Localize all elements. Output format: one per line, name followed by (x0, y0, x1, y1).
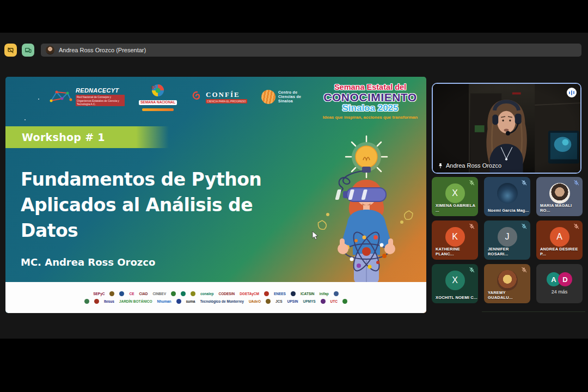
sponsor-logo-mark (109, 291, 114, 296)
presenter-name-label: Andrea Ross Orozco (438, 162, 501, 169)
participant-tile[interactable]: Noemi Garcia Mag... (484, 177, 530, 216)
participant-name: XIMENA GABRIELA ... (436, 203, 478, 213)
sponsor-logo: SEPyC (93, 292, 105, 296)
slide-presenter-name: MC. Andrea Ross Orozco (21, 256, 155, 268)
participants-grid: X XIMENA GABRIELA ... Noemi Garcia Mag..… (432, 177, 583, 303)
sponsor-logo-mark (321, 299, 326, 304)
sponsor-logo-mark (191, 291, 195, 296)
badge-tagline: Ideas que inspiran, acciones que transfo… (318, 115, 422, 120)
participant-tile[interactable]: YAREMY GUADALU... (484, 264, 530, 303)
sponsor-logo-mark (291, 291, 296, 296)
divider (482, 311, 585, 312)
sponsor-logo-mark (334, 291, 339, 296)
sponsor-logo-mark (119, 291, 124, 296)
sponsor-logo: UAdeO (249, 299, 261, 303)
avatar: X (445, 271, 465, 290)
participant-tile[interactable]: J JENNIFER ROSARI... (484, 220, 530, 260)
badge-line2: CONOCIMIENTO (318, 91, 422, 103)
mouse-cursor (312, 231, 318, 240)
network-icon (49, 89, 73, 105)
mic-muted-icon (521, 267, 527, 273)
badge-line1: Semana Estatal del (318, 83, 422, 91)
mic-muted-icon (469, 180, 475, 186)
sponsor-logo: DGETAyCM (240, 292, 259, 296)
sponsor-logo-mark (171, 291, 176, 296)
sponsor-logo: CIAD (139, 292, 148, 296)
participant-name: KATHERINE PLANC... (436, 247, 478, 256)
sponsor-logo: JCS (275, 299, 283, 303)
screen-share-slide: REDNACECYT Red Nacional de Consejos y Or… (5, 77, 426, 313)
mic-muted-icon (469, 267, 475, 273)
sponsor-logo: conalep (200, 292, 214, 296)
sponsor-logo-mark (84, 299, 89, 304)
slide-header-logos: REDNACECYT Red Nacional de Consejos y Or… (49, 83, 305, 111)
mic-muted-icon (521, 223, 527, 229)
rednacecyt-logo: REDNACECYT Red Nacional de Consejos y Or… (49, 88, 125, 106)
confie-logo: CONFÍE CIENCIA PARA EL PROGRESO (191, 90, 247, 103)
event-badge: Semana Estatal del CONOCIMIENTO Sinaloa … (318, 83, 422, 120)
sponsor-logo: UTC (330, 299, 338, 303)
sponsor-row-2: ItesusJARDÍN BOTÁNICONhumansumaTecnológi… (5, 299, 426, 304)
participant-name: Noemi Garcia Mag... (488, 208, 529, 213)
svg-text:5ª: 5ª (151, 85, 156, 90)
sponsor-logo-mark (342, 299, 347, 304)
avatar (549, 183, 570, 204)
sponsor-logo: CE (129, 292, 134, 296)
presenter-banner-label: Andrea Ross Orozco (Presentar) (59, 47, 146, 53)
participant-tile[interactable]: X XIMENA GABRIELA ... (432, 177, 478, 216)
overflow-count: 24 más (536, 289, 583, 295)
centro-ciencias-logo: Centro de Ciencias de Sinaloa (261, 90, 305, 104)
presenter-video-tile[interactable]: Andrea Ross Orozco (432, 83, 581, 174)
avatar: X (445, 183, 465, 203)
avatar (46, 46, 54, 54)
overflow-avatars: A D (536, 272, 583, 286)
sponsor-logo: suma (186, 299, 195, 303)
avatar: K (445, 227, 465, 247)
semana-nacional-logo: 5ª SEMANA NACIONAL (139, 83, 177, 111)
overflow-tile[interactable]: A D 24 más (536, 264, 583, 303)
participant-tile[interactable]: A ANDREA DESIREE P... (536, 220, 583, 260)
presenter-banner[interactable]: Andrea Ross Orozco (Presentar) (41, 44, 581, 57)
sponsor-logo-mark (266, 299, 271, 304)
workshop-label: Workshop # 1 (5, 131, 105, 143)
sponsor-logo: CODESIN (219, 292, 235, 296)
sponsor-logo: Nhuman (157, 299, 171, 303)
sponsor-row-1: SEPyCCECIADCINBEVconalepCODESINDGETAyCME… (5, 291, 426, 296)
sponsor-logo-mark (176, 299, 181, 304)
mic-muted-icon (469, 223, 475, 229)
pin-icon (438, 163, 443, 169)
audio-level-indicator (567, 88, 577, 97)
sponsor-logo: ICATSIN (301, 292, 315, 296)
slide-title: Fundamentos de Python Aplicados al Análi… (21, 167, 326, 244)
workshop-band: Workshop # 1 (5, 126, 169, 148)
emblem-icon: 5ª (149, 83, 167, 100)
avatar (497, 183, 518, 204)
sponsor-logo: ENEES (274, 292, 286, 296)
participant-name: MARIA MAGALI RO... (540, 203, 583, 213)
avatar: J (498, 227, 517, 247)
sponsor-logo: inifap (319, 292, 328, 296)
participant-tile[interactable]: X XOCHITL NOEMI C... (432, 264, 478, 303)
globe-icon (261, 90, 275, 104)
avatar: A (550, 227, 569, 247)
sponsor-logo-mark (264, 291, 269, 296)
devices-button[interactable] (22, 44, 34, 57)
swirl-icon (191, 90, 203, 103)
devices-icon (24, 47, 32, 54)
avatar (497, 270, 518, 291)
participant-name: ANDREA DESIREE P... (540, 247, 583, 256)
sponsor-logo-mark (181, 291, 186, 296)
participant-tile[interactable]: MARIA MAGALI RO... (536, 177, 583, 216)
sponsor-logo-strip: SEPyCCECIADCINBEVconalepCODESINDGETAyCME… (5, 282, 426, 313)
avatar: D (558, 272, 572, 286)
mic-muted-icon (573, 180, 579, 186)
presentation-off-button[interactable] (4, 44, 17, 57)
sponsor-logo: UPSIN (287, 299, 298, 303)
sponsor-logo: JARDÍN BOTÁNICO (119, 299, 152, 303)
sponsor-logo: Itesus (104, 299, 114, 303)
badge-line3: Sinaloa 2025 (318, 103, 422, 113)
sponsor-logo: Tecnológico de Monterrey (200, 299, 243, 303)
participant-tile[interactable]: K KATHERINE PLANC... (432, 220, 478, 260)
participant-name: JENNIFER ROSARI... (488, 247, 530, 256)
presentation-off-icon (7, 47, 14, 54)
